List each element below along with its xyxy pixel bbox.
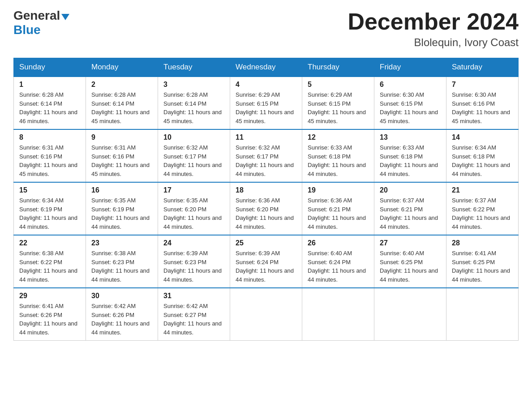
day-number: 12 <box>308 133 369 141</box>
header-day-wednesday: Wednesday <box>230 58 302 77</box>
header-day-sunday: Sunday <box>14 58 86 77</box>
week-row-1: 1Sunrise: 6:28 AMSunset: 6:14 PMDaylight… <box>14 77 519 129</box>
header-day-thursday: Thursday <box>302 58 374 77</box>
calendar-cell: 14Sunrise: 6:34 AMSunset: 6:18 PMDayligh… <box>446 129 519 182</box>
day-number: 29 <box>19 292 80 300</box>
day-number: 7 <box>452 81 513 89</box>
day-info: Sunrise: 6:34 AMSunset: 6:19 PMDaylight:… <box>19 196 80 231</box>
calendar-body: 1Sunrise: 6:28 AMSunset: 6:14 PMDaylight… <box>14 77 519 341</box>
header-day-tuesday: Tuesday <box>158 58 230 77</box>
day-info: Sunrise: 6:37 AMSunset: 6:22 PMDaylight:… <box>452 196 513 231</box>
day-number: 25 <box>236 239 296 247</box>
day-number: 24 <box>163 239 224 247</box>
day-info: Sunrise: 6:29 AMSunset: 6:15 PMDaylight:… <box>308 90 369 125</box>
header-day-monday: Monday <box>86 58 158 77</box>
week-row-4: 22Sunrise: 6:38 AMSunset: 6:22 PMDayligh… <box>14 235 519 288</box>
day-info: Sunrise: 6:36 AMSunset: 6:20 PMDaylight:… <box>236 196 296 231</box>
day-info: Sunrise: 6:35 AMSunset: 6:19 PMDaylight:… <box>91 196 152 231</box>
calendar-cell <box>230 288 302 341</box>
day-number: 23 <box>91 239 152 247</box>
day-info: Sunrise: 6:36 AMSunset: 6:21 PMDaylight:… <box>308 196 369 231</box>
day-number: 22 <box>19 239 80 247</box>
day-info: Sunrise: 6:34 AMSunset: 6:18 PMDaylight:… <box>452 143 513 178</box>
day-info: Sunrise: 6:35 AMSunset: 6:20 PMDaylight:… <box>163 196 224 231</box>
page-subtitle: Blolequin, Ivory Coast <box>348 36 519 49</box>
calendar-header: SundayMondayTuesdayWednesdayThursdayFrid… <box>14 58 519 77</box>
calendar-cell: 15Sunrise: 6:34 AMSunset: 6:19 PMDayligh… <box>14 182 86 235</box>
day-info: Sunrise: 6:39 AMSunset: 6:24 PMDaylight:… <box>236 249 296 284</box>
day-info: Sunrise: 6:42 AMSunset: 6:26 PMDaylight:… <box>91 302 152 337</box>
calendar-cell: 20Sunrise: 6:37 AMSunset: 6:21 PMDayligh… <box>374 182 446 235</box>
day-number: 9 <box>91 133 152 141</box>
day-number: 30 <box>91 292 152 300</box>
day-info: Sunrise: 6:38 AMSunset: 6:23 PMDaylight:… <box>91 249 152 284</box>
day-number: 20 <box>380 186 441 194</box>
day-number: 11 <box>236 133 296 141</box>
day-number: 28 <box>452 239 513 247</box>
calendar-cell: 3Sunrise: 6:28 AMSunset: 6:14 PMDaylight… <box>158 77 230 129</box>
day-number: 6 <box>380 81 441 89</box>
calendar-cell: 25Sunrise: 6:39 AMSunset: 6:24 PMDayligh… <box>230 235 302 288</box>
calendar-cell: 6Sunrise: 6:30 AMSunset: 6:15 PMDaylight… <box>374 77 446 129</box>
day-info: Sunrise: 6:32 AMSunset: 6:17 PMDaylight:… <box>236 143 296 178</box>
title-block: December 2024 Blolequin, Ivory Coast <box>348 9 519 49</box>
day-info: Sunrise: 6:29 AMSunset: 6:15 PMDaylight:… <box>236 90 296 125</box>
day-info: Sunrise: 6:38 AMSunset: 6:22 PMDaylight:… <box>19 249 80 284</box>
week-row-2: 8Sunrise: 6:31 AMSunset: 6:16 PMDaylight… <box>14 129 519 182</box>
page-header: General Blue December 2024 Blolequin, Iv… <box>13 9 519 49</box>
calendar-cell: 24Sunrise: 6:39 AMSunset: 6:23 PMDayligh… <box>158 235 230 288</box>
calendar-cell: 10Sunrise: 6:32 AMSunset: 6:17 PMDayligh… <box>158 129 230 182</box>
calendar-cell: 31Sunrise: 6:42 AMSunset: 6:27 PMDayligh… <box>158 288 230 341</box>
calendar-cell: 12Sunrise: 6:33 AMSunset: 6:18 PMDayligh… <box>302 129 374 182</box>
day-number: 26 <box>308 239 369 247</box>
calendar-cell: 28Sunrise: 6:41 AMSunset: 6:25 PMDayligh… <box>446 235 519 288</box>
day-info: Sunrise: 6:31 AMSunset: 6:16 PMDaylight:… <box>19 143 80 178</box>
day-info: Sunrise: 6:32 AMSunset: 6:17 PMDaylight:… <box>163 143 224 178</box>
day-number: 5 <box>308 81 369 89</box>
day-info: Sunrise: 6:28 AMSunset: 6:14 PMDaylight:… <box>91 90 152 125</box>
calendar-cell <box>302 288 374 341</box>
calendar-cell <box>446 288 519 341</box>
calendar-cell: 7Sunrise: 6:30 AMSunset: 6:16 PMDaylight… <box>446 77 519 129</box>
header-day-saturday: Saturday <box>446 58 519 77</box>
day-info: Sunrise: 6:37 AMSunset: 6:21 PMDaylight:… <box>380 196 441 231</box>
calendar-cell: 13Sunrise: 6:33 AMSunset: 6:18 PMDayligh… <box>374 129 446 182</box>
calendar-table: SundayMondayTuesdayWednesdayThursdayFrid… <box>13 58 519 341</box>
calendar-cell: 8Sunrise: 6:31 AMSunset: 6:16 PMDaylight… <box>14 129 86 182</box>
calendar-cell: 9Sunrise: 6:31 AMSunset: 6:16 PMDaylight… <box>86 129 158 182</box>
day-info: Sunrise: 6:31 AMSunset: 6:16 PMDaylight:… <box>91 143 152 178</box>
calendar-cell: 18Sunrise: 6:36 AMSunset: 6:20 PMDayligh… <box>230 182 302 235</box>
calendar-cell: 27Sunrise: 6:40 AMSunset: 6:25 PMDayligh… <box>374 235 446 288</box>
calendar-cell: 19Sunrise: 6:36 AMSunset: 6:21 PMDayligh… <box>302 182 374 235</box>
day-number: 19 <box>308 186 369 194</box>
day-info: Sunrise: 6:28 AMSunset: 6:14 PMDaylight:… <box>163 90 224 125</box>
calendar-cell: 5Sunrise: 6:29 AMSunset: 6:15 PMDaylight… <box>302 77 374 129</box>
calendar-cell: 26Sunrise: 6:40 AMSunset: 6:24 PMDayligh… <box>302 235 374 288</box>
logo-triangle-icon <box>61 14 69 20</box>
day-number: 21 <box>452 186 513 194</box>
calendar-cell: 16Sunrise: 6:35 AMSunset: 6:19 PMDayligh… <box>86 182 158 235</box>
logo-general: General <box>13 9 60 23</box>
day-number: 16 <box>91 186 152 194</box>
calendar-cell: 11Sunrise: 6:32 AMSunset: 6:17 PMDayligh… <box>230 129 302 182</box>
page-title: December 2024 <box>348 9 519 34</box>
calendar-cell: 22Sunrise: 6:38 AMSunset: 6:22 PMDayligh… <box>14 235 86 288</box>
day-number: 4 <box>236 81 296 89</box>
day-info: Sunrise: 6:39 AMSunset: 6:23 PMDaylight:… <box>163 249 224 284</box>
day-info: Sunrise: 6:30 AMSunset: 6:15 PMDaylight:… <box>380 90 441 125</box>
day-number: 8 <box>19 133 80 141</box>
day-info: Sunrise: 6:40 AMSunset: 6:25 PMDaylight:… <box>380 249 441 284</box>
week-row-5: 29Sunrise: 6:41 AMSunset: 6:26 PMDayligh… <box>14 288 519 341</box>
day-info: Sunrise: 6:30 AMSunset: 6:16 PMDaylight:… <box>452 90 513 125</box>
day-number: 15 <box>19 186 80 194</box>
day-number: 3 <box>163 81 224 89</box>
day-number: 2 <box>91 81 152 89</box>
calendar-cell: 21Sunrise: 6:37 AMSunset: 6:22 PMDayligh… <box>446 182 519 235</box>
day-number: 27 <box>380 239 441 247</box>
day-info: Sunrise: 6:41 AMSunset: 6:25 PMDaylight:… <box>452 249 513 284</box>
calendar-cell: 2Sunrise: 6:28 AMSunset: 6:14 PMDaylight… <box>86 77 158 129</box>
calendar-cell <box>374 288 446 341</box>
day-info: Sunrise: 6:42 AMSunset: 6:27 PMDaylight:… <box>163 302 224 337</box>
day-number: 18 <box>236 186 296 194</box>
week-row-3: 15Sunrise: 6:34 AMSunset: 6:19 PMDayligh… <box>14 182 519 235</box>
